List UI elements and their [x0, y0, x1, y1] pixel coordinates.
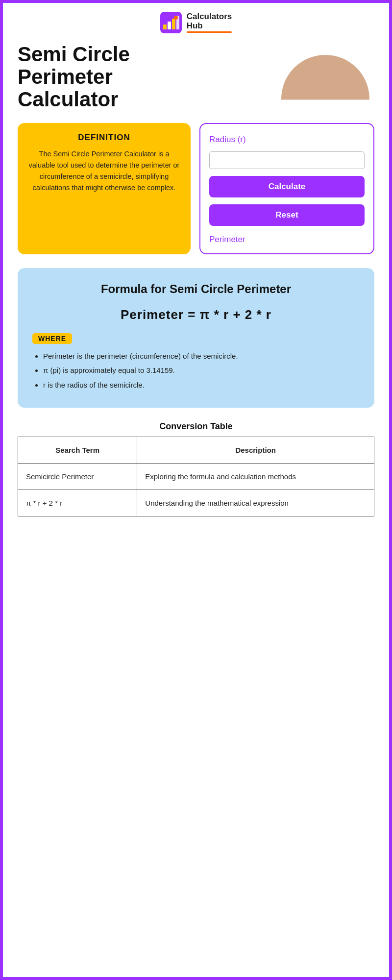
header: Calculators Hub — [3, 3, 389, 38]
table-cell-term: π * r + 2 * r — [18, 490, 137, 516]
formula-bullet-1: Perimeter is the perimeter (circumferenc… — [43, 351, 360, 362]
logo-text: Calculators Hub — [187, 12, 232, 33]
col-description: Description — [137, 437, 374, 464]
logo-icon — [160, 12, 182, 33]
table-cell-term: Semicircle Perimeter — [18, 464, 137, 490]
cards-row: DEFINITION The Semi Circle Perimeter Cal… — [18, 123, 374, 254]
definition-text: The Semi Circle Perimeter Calculator is … — [26, 148, 182, 194]
svg-rect-1 — [163, 24, 167, 29]
svg-rect-2 — [168, 22, 171, 29]
formula-section: Formula for Semi Circle Perimeter Perime… — [18, 268, 374, 408]
semicircle-illustration — [276, 51, 374, 100]
definition-heading: DEFINITION — [26, 133, 182, 143]
main-content: Semi Circle Perimeter Calculator DEFINIT… — [3, 43, 389, 541]
logo-underline — [187, 31, 232, 33]
svg-point-5 — [174, 16, 178, 20]
table-row: Semicircle Perimeter Exploring the formu… — [18, 464, 374, 490]
page-title: Semi Circle Perimeter Calculator — [18, 43, 174, 111]
svg-rect-3 — [172, 19, 175, 29]
table-header-row: Search Term Description — [18, 437, 374, 464]
perimeter-label: Perimeter — [209, 235, 245, 245]
formula-expression: Perimeter = π * r + 2 * r — [32, 307, 360, 322]
table-cell-description: Understanding the mathematical expressio… — [137, 490, 374, 516]
formula-bullet-2: π (pi) is approximately equal to 3.14159… — [43, 365, 360, 376]
formula-title: Formula for Semi Circle Perimeter — [32, 282, 360, 296]
conversion-section: Conversion Table Search Term Description… — [18, 421, 374, 516]
calculate-button[interactable]: Calculate — [209, 176, 365, 197]
definition-card: DEFINITION The Semi Circle Perimeter Cal… — [18, 123, 191, 254]
logo-hub: Hub — [187, 22, 232, 31]
conversion-table-title: Conversion Table — [18, 421, 374, 432]
table-row: π * r + 2 * r Understanding the mathemat… — [18, 490, 374, 516]
calculator-card: Radius (r) Calculate Reset Perimeter — [199, 123, 374, 254]
table-cell-description: Exploring the formula and calculation me… — [137, 464, 374, 490]
logo-calculators: Calculators — [187, 12, 232, 22]
conversion-table: Search Term Description Semicircle Perim… — [18, 437, 374, 516]
where-badge: WHERE — [32, 333, 72, 344]
radius-input[interactable] — [209, 151, 365, 169]
title-section: Semi Circle Perimeter Calculator — [18, 43, 374, 111]
formula-list: Perimeter is the perimeter (circumferenc… — [32, 351, 360, 391]
reset-button[interactable]: Reset — [209, 204, 365, 226]
formula-bullet-3: r is the radius of the semicircle. — [43, 380, 360, 391]
col-search-term: Search Term — [18, 437, 137, 464]
radius-label: Radius (r) — [209, 135, 246, 145]
